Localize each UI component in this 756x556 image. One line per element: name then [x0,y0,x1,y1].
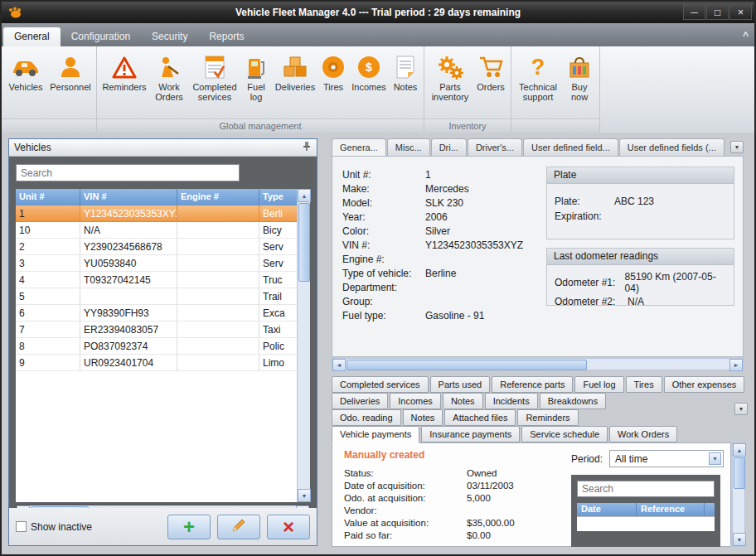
period-dropdown[interactable]: All time ▼ [609,450,724,467]
tab-dri[interactable]: Dri... [431,138,467,156]
detail-tabs-overflow-button[interactable]: ▼ [730,141,744,153]
column-header-date[interactable]: Date [577,503,637,516]
scrollbar-thumb[interactable] [734,457,745,489]
ribbon-item-personnel[interactable]: Personnel [47,51,94,94]
table-row[interactable]: 6 YY98390FH93 Exca [16,305,297,322]
payments-grid-header[interactable]: Date Reference [577,503,715,516]
cell-unit: 3 [16,255,80,272]
ribbon-item-tires[interactable]: Tires [318,51,348,94]
tab-misc[interactable]: Misc... [387,138,430,156]
ribbon-item-vehicles[interactable]: Vehicles [4,51,47,94]
tab-attached-files[interactable]: Attached files [444,409,516,426]
scrollbar-thumb[interactable] [346,360,587,370]
scrollbar-thumb[interactable] [298,203,310,282]
payments-search-input[interactable] [577,481,715,497]
show-inactive-checkbox[interactable] [16,521,27,532]
table-row[interactable]: 8 PO837092374 Polic [16,338,297,355]
cell-vin: T09327042145 [80,272,177,288]
delete-vehicle-button[interactable]: × [267,515,310,539]
tab-service-schedule[interactable]: Service schedule [521,426,608,442]
ribbon-item-reminders[interactable]: Reminders [99,51,149,94]
table-row[interactable]: 1 Y1234523035353XYZ Berli [16,205,297,222]
tab-fuel-log[interactable]: Fuel log [574,376,623,393]
ribbon-item-parts-inventory[interactable]: Parts inventory [427,51,473,104]
add-vehicle-button[interactable]: + [167,515,211,539]
tab-vehicle-payments[interactable]: Vehicle payments [332,426,419,443]
tab-odo-reading[interactable]: Odo. reading [332,409,401,426]
tab-other-expenses[interactable]: Other expenses [664,376,745,393]
tab-completed-services[interactable]: Completed services [332,376,429,393]
scroll-right-icon[interactable]: ► [729,359,743,371]
scroll-left-icon[interactable]: ◄ [332,359,346,371]
ribbon-item-work-orders[interactable]: Work Orders [149,51,189,104]
menu-tab-security[interactable]: Security [141,27,198,46]
scroll-down-icon[interactable]: ▼ [733,533,746,546]
person-icon [60,52,81,82]
table-row[interactable]: 10 N/A Bicy [16,222,297,239]
tab-work-orders[interactable]: Work Orders [609,426,677,442]
minimize-button[interactable]: ─ [683,4,705,20]
ribbon-item-incomes[interactable]: $ Incomes [348,51,390,94]
tab-parts-used[interactable]: Parts used [430,376,491,393]
scroll-up-icon[interactable]: ▲ [298,189,311,202]
payments-grid-new-row[interactable] [577,516,715,531]
table-row[interactable]: 3 YU0593840 Serv [16,255,297,272]
tab-user-defined-field[interactable]: User defined field... [523,138,618,156]
table-row[interactable]: 5 Trail [16,288,297,305]
ribbon-item-orders[interactable]: Orders [473,51,508,94]
menu-tab-reports[interactable]: Reports [198,27,254,46]
maximize-button[interactable]: □ [706,4,729,20]
tab-notes-2[interactable]: Notes [403,409,443,426]
app-window: Vehicle Fleet Manager 4.0 --- Trial peri… [0,0,756,556]
table-row[interactable]: 4 T09327042145 Truc [16,272,297,288]
tab-general[interactable]: Genera... [332,138,386,156]
scroll-up-icon[interactable]: ▲ [733,443,746,457]
ribbon-item-technical-support[interactable]: ? Technical support [514,51,562,104]
ribbon-item-deliveries[interactable]: Deliveries [272,51,318,94]
vehicles-search-input[interactable] [16,164,240,181]
menu-bar: General Configuration Security Reports ^ [2,23,754,46]
tab-reminders[interactable]: Reminders [517,409,578,426]
tab-incidents[interactable]: Incidents [485,393,538,409]
vehicles-table-header[interactable]: Unit # VIN # Engine # Type [16,189,297,205]
ribbon-item-buy-now[interactable]: Buy now [562,51,597,104]
tab-incomes[interactable]: Incomes [390,393,441,409]
vehicles-vertical-scrollbar[interactable]: ▲ ▼ [297,189,310,502]
tab-tires[interactable]: Tires [626,376,662,393]
detail-horizontal-scrollbar[interactable]: ◄ ► [332,358,744,370]
table-row[interactable]: 7 ER23394083057 Taxi [16,322,297,338]
tab-deliveries[interactable]: Deliveries [332,393,388,409]
tab-insurance-payments[interactable]: Insurance payments [421,426,520,442]
ribbon-item-fuel-log[interactable]: Fuel log [240,51,272,104]
column-header-type[interactable]: Type [259,189,297,205]
menu-tab-general[interactable]: General [3,27,61,46]
ribbon-item-completed-services[interactable]: Completed services [189,51,240,104]
edit-vehicle-button[interactable] [217,515,260,539]
ribbon-item-notes[interactable]: Notes [390,51,421,94]
tab-notes[interactable]: Notes [443,393,483,409]
payments-vertical-scrollbar[interactable]: ▲ ▼ [732,442,745,547]
cell-engine [177,239,259,255]
field-label: Group: [342,296,425,307]
column-header-reference[interactable]: Reference [637,503,705,516]
scroll-down-icon[interactable]: ▼ [298,489,311,502]
odometer-box-title: Last odometer readings [547,249,734,265]
tab-breakdowns[interactable]: Breakdowns [540,393,607,409]
tab-user-defined-fields-2[interactable]: User defined fields (... [619,138,724,156]
collapse-ribbon-icon[interactable]: ^ [743,30,749,41]
tab-drivers[interactable]: Driver's... [468,138,522,156]
column-header-unit[interactable]: Unit # [16,189,80,205]
record-tabs-overflow-button[interactable]: ▼ [734,403,748,415]
field-label: Model: [342,197,425,209]
column-header-vin[interactable]: VIN # [80,189,177,205]
table-row[interactable]: 9 UR0923401704 Limo [16,355,297,371]
close-button[interactable]: × [729,4,752,20]
menu-tab-configuration[interactable]: Configuration [61,27,141,46]
field-value: Silver [425,225,450,237]
cell-engine [177,222,259,239]
pin-icon[interactable] [302,141,312,154]
cell-unit: 4 [16,272,80,288]
table-row[interactable]: 2 Y2390234568678 Serv [16,239,297,255]
tab-reference-parts[interactable]: Reference parts [492,376,573,393]
column-header-engine[interactable]: Engine # [177,189,259,205]
